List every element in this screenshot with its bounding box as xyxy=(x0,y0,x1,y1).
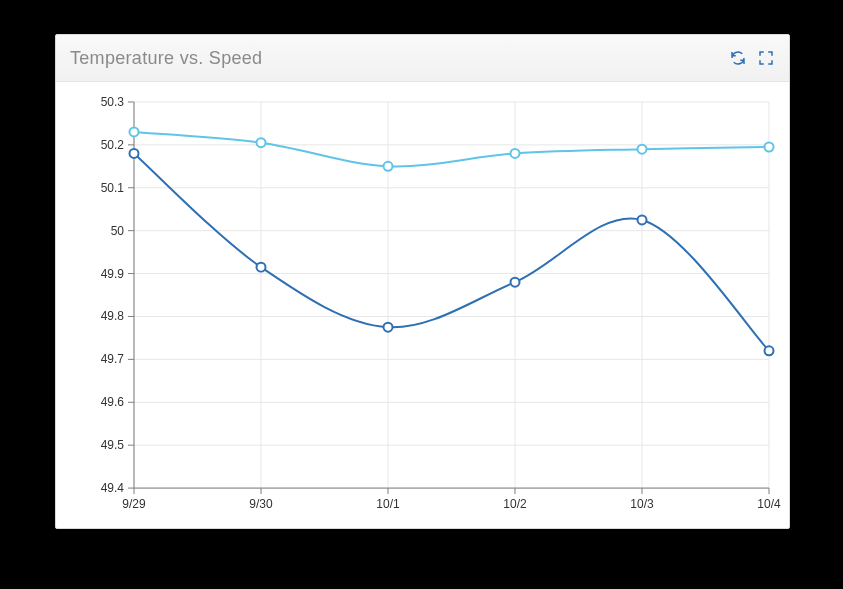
svg-text:10/1: 10/1 xyxy=(376,497,400,511)
chart-grid xyxy=(134,102,769,488)
svg-point-54 xyxy=(638,145,647,154)
x-axis: 9/299/3010/110/210/310/4 xyxy=(122,102,781,511)
svg-text:10/2: 10/2 xyxy=(503,497,527,511)
svg-point-52 xyxy=(384,162,393,171)
svg-point-56 xyxy=(130,149,139,158)
chart-title: Temperature vs. Speed xyxy=(70,48,262,69)
svg-text:50.2: 50.2 xyxy=(101,138,125,152)
svg-point-51 xyxy=(257,138,266,147)
refresh-icon[interactable] xyxy=(729,49,747,67)
svg-text:10/4: 10/4 xyxy=(757,497,781,511)
chart-plot-area: 9/299/3010/110/210/310/4 49.449.549.649.… xyxy=(56,82,789,528)
svg-text:50.3: 50.3 xyxy=(101,95,125,109)
svg-point-59 xyxy=(511,278,520,287)
svg-text:49.7: 49.7 xyxy=(101,352,125,366)
svg-text:10/3: 10/3 xyxy=(630,497,654,511)
svg-text:9/29: 9/29 xyxy=(122,497,146,511)
svg-text:49.6: 49.6 xyxy=(101,395,125,409)
chart-series xyxy=(130,127,774,355)
svg-point-53 xyxy=(511,149,520,158)
svg-text:50: 50 xyxy=(111,224,125,238)
svg-point-58 xyxy=(384,323,393,332)
svg-text:50.1: 50.1 xyxy=(101,181,125,195)
chart-card: Temperature vs. Speed 9/299/3010/110/210… xyxy=(55,34,790,529)
svg-text:9/30: 9/30 xyxy=(249,497,273,511)
svg-text:49.5: 49.5 xyxy=(101,438,125,452)
svg-text:49.8: 49.8 xyxy=(101,309,125,323)
svg-point-55 xyxy=(765,143,774,152)
chart-svg: 9/299/3010/110/210/310/4 49.449.549.649.… xyxy=(56,82,789,528)
svg-text:49.9: 49.9 xyxy=(101,267,125,281)
svg-point-60 xyxy=(638,215,647,224)
card-header: Temperature vs. Speed xyxy=(56,35,789,82)
svg-point-57 xyxy=(257,263,266,272)
svg-text:49.4: 49.4 xyxy=(101,481,125,495)
svg-point-61 xyxy=(765,346,774,355)
header-actions xyxy=(729,49,775,67)
svg-point-50 xyxy=(130,127,139,136)
fullscreen-icon[interactable] xyxy=(757,49,775,67)
